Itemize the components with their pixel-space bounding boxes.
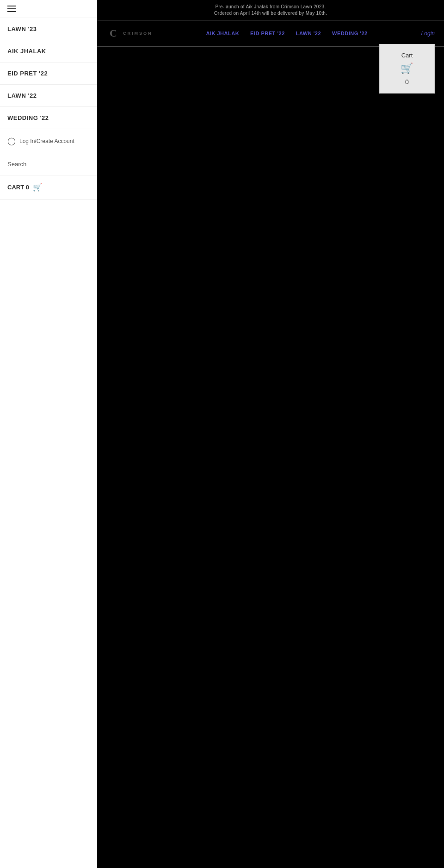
sidebar-cart-label: CART 0	[7, 184, 29, 191]
sidebar-item-wedding-22[interactable]: WEDDING '22	[0, 107, 97, 129]
sidebar-item-lawn-22[interactable]: LAWN '22	[0, 85, 97, 107]
sidebar-account-label: Log In/Create Account	[19, 138, 74, 144]
header-right: Login Cart 🛒 0	[421, 30, 435, 37]
header-left: C CRIMSON	[106, 26, 153, 40]
sidebar-cart[interactable]: CART 0 🛒	[0, 175, 97, 200]
logo-letter: C	[110, 27, 117, 39]
hamburger-icon[interactable]	[7, 6, 16, 12]
nav-aik-jhalak[interactable]: AIK JHALAK	[206, 31, 239, 36]
content-area	[97, 47, 444, 787]
sidebar-account-link[interactable]: ◯ Log In/Create Account	[0, 129, 97, 153]
header-nav: AIK JHALAKEID PRET '22LAWN '22WEDDING '2…	[206, 31, 367, 36]
login-link[interactable]: Login	[421, 30, 435, 37]
cart-dropdown-count: 0	[405, 78, 409, 86]
sidebar-search[interactable]: Search	[0, 153, 97, 175]
logo[interactable]: C CRIMSON	[106, 26, 153, 40]
header: C CRIMSON AIK JHALAKEID PRET '22LAWN '22…	[97, 21, 444, 46]
logo-icon: C	[106, 26, 120, 40]
sidebar-hamburger[interactable]	[0, 0, 97, 18]
sidebar-item-aik-jhalak[interactable]: AIK JHALAK	[0, 40, 97, 62]
logo-text: CRIMSON	[123, 31, 153, 36]
person-icon: ◯	[7, 137, 16, 145]
sidebar-search-label: Search	[7, 161, 26, 168]
announcement-bar: Pre-launch of Aik Jhalak from Crimson La…	[97, 0, 444, 21]
announcement-line1: Pre-launch of Aik Jhalak from Crimson La…	[106, 4, 435, 10]
sidebar-item-eid-pret-22[interactable]: EID PRET '22	[0, 62, 97, 85]
sidebar-item-lawn-23[interactable]: LAWN '23	[0, 18, 97, 40]
sidebar: LAWN '23AIK JHALAKEID PRET '22LAWN '22WE…	[0, 0, 97, 868]
announcement-line2: Ordered on April 14th will be delivered …	[106, 10, 435, 17]
nav-lawn-22[interactable]: LAWN '22	[296, 31, 321, 36]
cart-dropdown-label: Cart	[401, 52, 413, 59]
main-content: Pre-launch of Aik Jhalak from Crimson La…	[97, 0, 444, 868]
nav-wedding-22[interactable]: WEDDING '22	[332, 31, 368, 36]
cart-icon: 🛒	[33, 183, 42, 192]
cart-dropdown-icon: 🛒	[401, 62, 413, 75]
cart-dropdown[interactable]: Cart 🛒 0	[379, 44, 435, 94]
nav-eid-pret[interactable]: EID PRET '22	[250, 31, 285, 36]
